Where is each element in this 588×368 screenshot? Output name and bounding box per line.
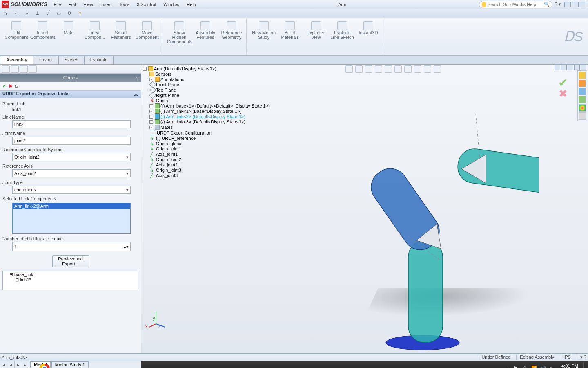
ft-annotations[interactable]: Annotations bbox=[160, 77, 184, 82]
prev-view-icon[interactable] bbox=[365, 65, 372, 73]
help-search[interactable]: 🔍 bbox=[479, 1, 552, 8]
ft-origin[interactable]: Origin bbox=[156, 98, 168, 103]
cmd-show-hidden[interactable]: Show Hidden Components bbox=[167, 20, 192, 54]
tray-flag-icon[interactable]: ⚑ bbox=[513, 366, 519, 368]
fm-tab-tree[interactable] bbox=[2, 65, 10, 73]
view-settings-icon[interactable] bbox=[434, 65, 441, 73]
ft-arm-link2[interactable]: (-) Arm_link<2> (Default<Display State-1… bbox=[160, 114, 245, 119]
restore-button[interactable] bbox=[572, 2, 579, 7]
qat-arc2-icon[interactable]: ⤻ bbox=[24, 10, 30, 17]
preview-export-button[interactable]: Preview and Export... bbox=[52, 255, 89, 267]
flyout-feature-tree[interactable]: −Arm (Default<Display State-1>) Sensors … bbox=[143, 66, 270, 178]
menu-window[interactable]: Window bbox=[160, 1, 183, 8]
tab-motion-study[interactable]: Motion Study 1 bbox=[51, 361, 89, 368]
tp-appearances-icon[interactable] bbox=[579, 104, 586, 112]
menu-file[interactable]: File bbox=[51, 1, 65, 8]
cmd-exploded-view[interactable]: Exploded View bbox=[304, 20, 328, 54]
spinner-icon[interactable]: ▴▾ bbox=[124, 244, 129, 249]
tab-layout[interactable]: Layout bbox=[33, 56, 59, 64]
cmd-explode-line-sketch[interactable]: Explode Line Sketch bbox=[330, 20, 354, 54]
ft-aj3[interactable]: Axis_joint3 bbox=[156, 173, 178, 178]
tray-clock[interactable]: 4:01 PM 9/26/2012 bbox=[558, 364, 578, 368]
sel-comp-list[interactable]: Arm_link-2@Arm bbox=[12, 203, 131, 234]
fm-tab-dimexpert[interactable] bbox=[29, 65, 37, 73]
qat-line-icon[interactable]: ╱ bbox=[45, 10, 51, 17]
cmd-reference-geometry[interactable]: Reference Geometry bbox=[219, 20, 244, 54]
ref-coord-select[interactable]: Origin_joint2▾ bbox=[12, 153, 131, 161]
cmd-smart-fasteners[interactable]: Smart Fasteners bbox=[109, 20, 133, 54]
joint-name-input[interactable] bbox=[12, 137, 131, 145]
vp-restore[interactable] bbox=[574, 65, 580, 70]
cmd-edit-component[interactable]: Edit Component bbox=[4, 20, 29, 54]
ft-urdf-conf[interactable]: URDF Export Configuration bbox=[157, 130, 212, 135]
ft-oj3[interactable]: Origin_joint3 bbox=[156, 168, 181, 173]
cmd-motion-study[interactable]: New Motion Study bbox=[252, 20, 276, 54]
qat-help-icon[interactable]: ? bbox=[77, 10, 83, 17]
model-view[interactable] bbox=[294, 89, 539, 351]
minimize-button[interactable] bbox=[564, 2, 571, 7]
fm-tab-config[interactable] bbox=[20, 65, 28, 73]
cmd-move-component[interactable]: Move Component bbox=[135, 20, 159, 54]
ft-top[interactable]: Top Plane bbox=[156, 88, 176, 92]
vp-split[interactable] bbox=[555, 65, 560, 70]
tp-resources-icon[interactable] bbox=[579, 72, 586, 79]
ft-urdf-ref[interactable]: (-) URDF_reference bbox=[156, 136, 196, 141]
tp-library-icon[interactable] bbox=[579, 80, 586, 87]
cmd-bom[interactable]: Bill of Materials bbox=[278, 20, 302, 54]
bt-last[interactable]: ▸| bbox=[22, 361, 29, 368]
ft-aj1[interactable]: Axis_joint1 bbox=[156, 152, 178, 157]
qat-arc-icon[interactable]: ⤺ bbox=[13, 10, 20, 17]
section-view-icon[interactable] bbox=[375, 65, 382, 73]
scene-icon[interactable] bbox=[424, 65, 431, 73]
cmd-insert-components[interactable]: Insert Components bbox=[30, 20, 55, 54]
tp-explorer-icon[interactable] bbox=[579, 88, 586, 95]
pm-pushpin-icon[interactable]: ⎙ bbox=[15, 84, 18, 89]
num-child-stepper[interactable]: 1▴▾ bbox=[12, 242, 131, 251]
minus-icon[interactable]: ⊟ bbox=[9, 272, 13, 277]
menu-insert[interactable]: Insert bbox=[97, 1, 115, 8]
cmd-assembly-features[interactable]: Assembly Features bbox=[193, 20, 218, 54]
tp-view-palette-icon[interactable] bbox=[579, 96, 586, 103]
menu-view[interactable]: View bbox=[80, 1, 96, 8]
tp-custom-icon[interactable] bbox=[579, 112, 586, 120]
ft-oj2[interactable]: Origin_joint2 bbox=[156, 157, 181, 162]
tab-sketch[interactable]: Sketch bbox=[58, 56, 85, 64]
joint-type-select[interactable]: continuous▾ bbox=[12, 186, 131, 194]
ft-arm-base[interactable]: (f) Arm_base<1> (Default<<Default>_Displ… bbox=[160, 103, 270, 108]
close-button[interactable] bbox=[580, 2, 586, 7]
cmd-mate[interactable]: Mate bbox=[56, 20, 81, 54]
ft-arm-link3[interactable]: (-) Arm_link<3> (Default<Display State-1… bbox=[160, 119, 245, 124]
appearance-icon[interactable] bbox=[414, 65, 421, 73]
confirm-corner-cancel[interactable]: ✖ bbox=[559, 88, 568, 100]
ft-aj2[interactable]: Axis_joint2 bbox=[156, 162, 178, 167]
cmd-linear-pattern[interactable]: Linear Compon... bbox=[82, 20, 107, 54]
menu-tools[interactable]: Tools bbox=[116, 1, 133, 8]
bt-next[interactable]: ▸ bbox=[15, 361, 22, 368]
ft-mates[interactable]: Mates bbox=[160, 125, 173, 130]
graphics-viewport[interactable]: ✔ ✖ −Arm (Default<Display State-1>) Sens… bbox=[141, 65, 588, 353]
vp-min[interactable] bbox=[568, 65, 573, 70]
plus-icon[interactable]: + bbox=[149, 110, 153, 113]
ft-front[interactable]: Front Plane bbox=[156, 82, 179, 87]
urdf-section-header[interactable]: URDF Exporter: Organize Links ︽ bbox=[0, 91, 141, 98]
cmd-instant3d[interactable]: Instant3D bbox=[356, 20, 381, 54]
tray-network-icon[interactable]: 📶 bbox=[531, 366, 537, 368]
menu-3dcontrol[interactable]: 3Dcontrol bbox=[134, 1, 159, 8]
link-name-input[interactable] bbox=[12, 120, 131, 128]
plus-icon[interactable]: + bbox=[149, 115, 153, 119]
ft-oj1[interactable]: Origin_joint1 bbox=[156, 146, 181, 151]
tab-assembly[interactable]: Assembly bbox=[0, 56, 33, 64]
link-hierarchy[interactable]: ⊟ base_link ⊟ link1* bbox=[2, 271, 138, 290]
pm-help-icon[interactable]: ? bbox=[136, 74, 138, 83]
help-dropdown[interactable]: ? ▾ bbox=[555, 2, 561, 7]
show-desktop-button[interactable] bbox=[583, 362, 586, 368]
search-icon[interactable]: 🔍 bbox=[544, 2, 550, 7]
display-style-icon[interactable] bbox=[394, 65, 402, 73]
qat-arrow-icon[interactable]: ↘ bbox=[2, 10, 9, 17]
qat-rect-icon[interactable]: ▭ bbox=[56, 10, 62, 17]
qat-perp-icon[interactable]: ⊥ bbox=[34, 10, 41, 17]
plus-icon[interactable]: + bbox=[149, 104, 153, 108]
tray-misc-icon[interactable]: ✳ bbox=[549, 366, 555, 368]
tray-power-icon[interactable]: 🔌 bbox=[522, 366, 528, 368]
view-orient-icon[interactable] bbox=[385, 65, 392, 73]
